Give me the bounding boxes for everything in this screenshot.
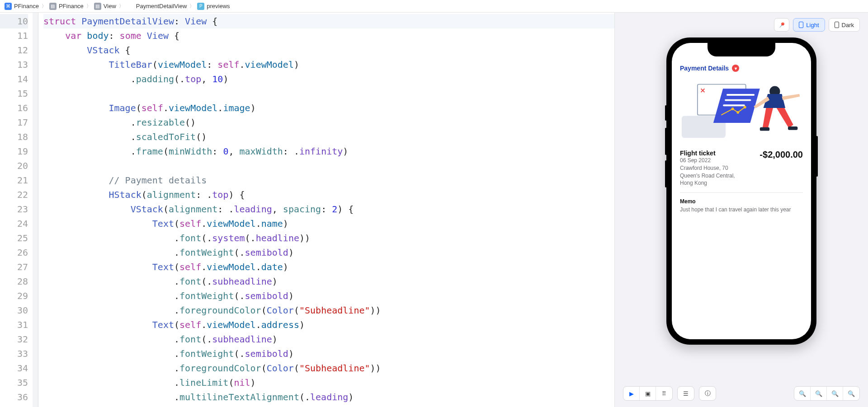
- chevron-right-icon: 〉: [119, 3, 124, 9]
- grid-icon: ⠿: [662, 390, 666, 397]
- payment-row: Flight ticket 06 Sep 2022 Crawford House…: [680, 144, 803, 193]
- page-title: Payment Details ▾: [680, 65, 803, 72]
- app-preview: Payment Details ▾: [672, 43, 811, 218]
- layout-button[interactable]: ⠿: [656, 387, 672, 400]
- chevron-right-icon: 〉: [86, 3, 91, 9]
- variants-icon: ☰: [683, 390, 689, 397]
- preview-controls-mid: ☰: [677, 386, 694, 401]
- crumb-file[interactable]: ✦ PaymentDetailView: [127, 3, 187, 10]
- folder-icon: ▤: [49, 3, 57, 10]
- preview-controls-left: ▶ ▣ ⠿: [623, 386, 673, 401]
- preview-controls-info: ⓘ: [699, 386, 716, 401]
- code-editor[interactable]: 1011121314151617181920212223242526272829…: [0, 13, 615, 407]
- play-icon: ▶: [629, 390, 634, 397]
- svg-rect-12: [760, 127, 769, 131]
- selectable-button[interactable]: ▣: [640, 387, 656, 400]
- code-area[interactable]: struct PaymentDetailView: View { var bod…: [33, 13, 614, 407]
- crumb-folder-1[interactable]: ▤ PFinance: [49, 3, 84, 10]
- memo-row: Memo Just hope that I can travel again l…: [680, 193, 803, 218]
- zoom-fit-button[interactable]: 🔍: [811, 387, 827, 400]
- pin-button[interactable]: 📍: [774, 18, 789, 32]
- memo-heading: Memo: [680, 198, 803, 205]
- svg-point-9: [736, 111, 739, 114]
- phone-screen: Payment Details ▾: [672, 43, 811, 339]
- device-icon: [799, 22, 803, 28]
- payment-address: Crawford House, 70 Queen's Road Central,…: [680, 164, 743, 187]
- zoom-controls: 🔍 🔍 🔍 🔍: [794, 386, 860, 401]
- zoom-actual-button[interactable]: 🔍: [827, 387, 843, 400]
- chevron-right-icon: 〉: [189, 3, 194, 9]
- zoom-out-icon: 🔍: [799, 390, 806, 397]
- dark-label: Dark: [842, 22, 854, 28]
- line-gutter: 1011121314151617181920212223242526272829…: [0, 13, 33, 407]
- preview-bottom-bar: ▶ ▣ ⠿ ☰ ⓘ 🔍 🔍 🔍 🔍: [615, 386, 868, 401]
- swift-icon: ✦: [127, 3, 134, 10]
- device-icon: [835, 22, 839, 28]
- folder-icon: ▤: [94, 3, 101, 10]
- svg-rect-13: [788, 126, 797, 130]
- breadcrumb: ⌘ PFinance 〉 ▤ PFinance 〉 ▤ View 〉 ✦ Pay…: [0, 0, 868, 13]
- zoom-in-icon: 🔍: [848, 390, 855, 397]
- zoom-actual-icon: 🔍: [831, 390, 839, 397]
- phone-mock: Payment Details ▾: [666, 37, 816, 345]
- payment-date: 06 Sep 2022: [680, 157, 743, 164]
- payment-name: Flight ticket: [680, 150, 743, 157]
- live-preview-button[interactable]: ▶: [623, 387, 640, 400]
- pin-icon: 📍: [777, 20, 787, 30]
- crumb-preview[interactable]: P previews: [197, 3, 230, 10]
- payment-amount: -$2,000.00: [760, 150, 803, 160]
- selectable-icon: ▣: [645, 390, 651, 397]
- crumb-project[interactable]: ⌘ PFinance: [5, 3, 39, 10]
- memo-text: Just hope that I can travel again later …: [680, 206, 803, 213]
- preview-panel: 📍 Light Dark Payment Details ▾: [615, 13, 868, 407]
- title-text: Payment Details: [680, 65, 729, 72]
- variants-button[interactable]: ☰: [678, 387, 694, 400]
- preview-settings-button[interactable]: ⓘ: [699, 387, 716, 400]
- preview-toolbar: 📍 Light Dark: [774, 18, 860, 32]
- crumb-label: previews: [207, 3, 230, 9]
- crumb-folder-2[interactable]: ▤ View: [94, 3, 116, 10]
- crumb-label: PaymentDetailView: [136, 3, 187, 9]
- dark-mode-button[interactable]: Dark: [829, 18, 860, 32]
- chevron-right-icon: 〉: [42, 3, 47, 9]
- down-arrow-icon: ▾: [732, 65, 739, 72]
- illustration: [680, 80, 803, 139]
- phone-notch: [708, 43, 775, 56]
- light-mode-button[interactable]: Light: [793, 18, 825, 32]
- crumb-label: PFinance: [14, 3, 39, 9]
- crumb-label: View: [104, 3, 116, 9]
- zoom-in-button[interactable]: 🔍: [843, 387, 859, 400]
- zoom-out-button[interactable]: 🔍: [794, 387, 811, 400]
- code-lines: struct PaymentDetailView: View { var bod…: [33, 13, 614, 407]
- svg-point-8: [731, 108, 734, 110]
- crumb-label: PFinance: [59, 3, 84, 9]
- preview-icon: P: [197, 3, 204, 10]
- zoom-fit-icon: 🔍: [815, 390, 822, 397]
- light-label: Light: [806, 22, 819, 28]
- info-icon: ⓘ: [705, 389, 711, 398]
- app-icon: ⌘: [5, 3, 12, 10]
- main-split: 1011121314151617181920212223242526272829…: [0, 13, 868, 407]
- svg-point-10: [744, 106, 746, 108]
